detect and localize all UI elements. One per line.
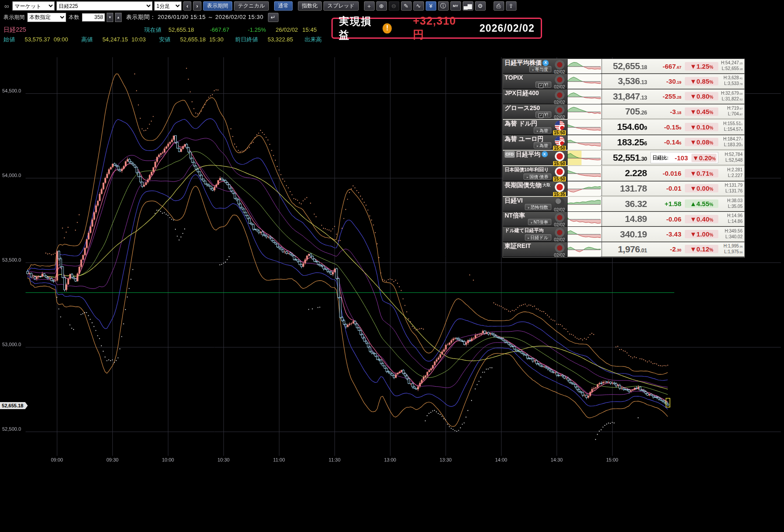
watch-row[interactable]: 日本国債10年利回り▸国債 債券15:502.228-0.016▼0.71%H:…: [503, 166, 744, 181]
change-pct-badge: ▼0.00%: [685, 184, 718, 192]
interval-select[interactable]: 1分足: [154, 1, 182, 11]
external-link-icon: ↗: [539, 113, 543, 118]
low-value: L:2.227: [718, 173, 743, 179]
sparkline-canvas: [568, 227, 601, 241]
arrow-icon: ▸: [527, 175, 528, 179]
yahoo-link-button[interactable]: ↗Y!: [535, 111, 551, 118]
change-pct-badge: ▼0.80%: [685, 92, 718, 100]
sparkline: [567, 166, 602, 181]
spin-down-button[interactable]: ▼: [107, 13, 113, 22]
watch-row[interactable]: 日経平均株価X▸寄与度02/0252,655.18-667.67▼1.25%H:…: [503, 59, 744, 74]
watch-row-data: 14.89-0.06▼0.40%H:14.96L:14.86: [602, 212, 744, 226]
exchange-suffix: 大取: [542, 182, 550, 188]
arrow-icon: ▸: [532, 68, 534, 72]
spin-up-button[interactable]: ▲: [115, 13, 122, 22]
watch-row-data: 52,655.18-667.67▼1.25%H:54,247.15L:52,65…: [602, 59, 744, 74]
sparkline-canvas: [568, 135, 601, 150]
instrument-name: TOPIX: [505, 74, 552, 81]
related-link-button[interactable]: ▸為替: [534, 142, 551, 148]
my-indicator-icon[interactable]: MY: [450, 1, 461, 11]
high-value: H:32,679.00: [718, 91, 743, 96]
high-value: H:38.03: [718, 198, 743, 204]
spread-button[interactable]: スプレッド: [323, 1, 358, 11]
indexize-button[interactable]: 指数化: [298, 1, 322, 11]
instrument-name: 為替 ドル円: [505, 120, 552, 127]
watch-row[interactable]: 長期国債先物大取15:35131.78-0.01▼0.00%H:131.79L:…: [503, 181, 744, 197]
reload-icon[interactable]: ↵: [268, 13, 279, 22]
high-low: H:719.57L:704.87: [718, 106, 744, 117]
instrument-value: 31,847.13: [602, 91, 647, 102]
currency-pair-icon: [555, 136, 565, 146]
crosshair-icon[interactable]: ＋: [364, 1, 375, 11]
arrow-icon: ▸: [528, 206, 530, 210]
high-low: H:14.96L:14.86: [718, 213, 744, 225]
printer-icon[interactable]: ⎙: [494, 1, 504, 11]
related-link-button[interactable]: ▸寄与度: [529, 66, 551, 72]
prev-button[interactable]: ‹: [183, 1, 191, 11]
low-value: L:52,548: [718, 158, 743, 163]
high-low: H:131.79L:131.76: [718, 183, 744, 194]
related-link-button[interactable]: ▸恐怖指数: [525, 204, 551, 210]
info-icon[interactable]: ⓘ: [438, 1, 449, 11]
change-pct-badge: ▼1.25%: [685, 62, 718, 70]
watch-row[interactable]: 日経VI▸恐怖指数02/0236.32+1.58▲4.55%H:38.03L:3…: [503, 197, 744, 212]
watch-row[interactable]: TOPIX↗Y!02/023,536.13-30.19▼0.85%H:3,628…: [503, 74, 744, 89]
trendline-icon[interactable]: ∿: [413, 1, 424, 11]
symbol-select[interactable]: 日経225: [56, 1, 152, 11]
market-select[interactable]: マーケット: [12, 1, 55, 11]
wrench-icon[interactable]: ⚙: [475, 1, 486, 11]
popup-icon[interactable]: ⇧: [506, 1, 516, 11]
x-share-icon[interactable]: X: [542, 151, 548, 157]
low-value: L:3,533.78: [718, 81, 743, 87]
related-link-button[interactable]: ▸NT倍率: [528, 219, 551, 225]
low-value: L:52,655.18: [718, 66, 743, 72]
related-link-button[interactable]: ▸国債 債券: [524, 174, 551, 180]
instrument-value: 705.26: [602, 106, 647, 117]
quote-header-row1: 日経225 現在値 52,655.18 -667.67 -1.25% 26/02…: [4, 26, 317, 34]
watch-row-data: 340.19-3.43▼1.00%H:349.56L:340.02: [602, 227, 744, 241]
next-button[interactable]: ›: [193, 1, 201, 11]
watch-row[interactable]: JPX日経40002/0231,847.13-255.28▼0.80%H:32,…: [503, 89, 744, 104]
low-value: 52,655.18: [180, 36, 206, 43]
watch-row[interactable]: ドル建て日経平均▸日経ドル02/02340.19-3.43▼1.00%H:349…: [503, 227, 744, 242]
watch-row[interactable]: CFD日経平均X15:5052,551.30日経比:-103▼0.20%H:52…: [503, 151, 744, 166]
high-value: H:1,995.36: [718, 244, 743, 249]
count-mode-select[interactable]: 本数指定: [27, 13, 66, 22]
watch-row-label-cell: 長期国債先物大取15:35: [503, 181, 567, 196]
watch-row[interactable]: 為替 ユーロ円▸為替15:50183.256-0.145▼0.08%H:184.…: [503, 135, 744, 151]
warning-icon[interactable]: !: [383, 23, 392, 33]
yahoo-link-button[interactable]: ↗Y!: [535, 81, 551, 88]
watch-row[interactable]: NT倍率▸NT倍率02/0214.89-0.06▼0.40%H:14.96L:1…: [503, 212, 744, 227]
cfd-badge: CFD: [505, 151, 515, 158]
related-link-button[interactable]: ▸為替: [534, 127, 551, 133]
market-open-icon: [555, 151, 565, 161]
area-chart-icon[interactable]: ▄▆: [463, 1, 473, 11]
technical-button[interactable]: テクニカル: [234, 1, 269, 11]
nikkei-compare-box: 日経比:-103▼0.20%: [650, 152, 718, 163]
pl-title: 実現損益: [339, 15, 378, 42]
count-input[interactable]: [82, 13, 105, 22]
watch-row[interactable]: グロース250↗Y!02/02705.26-3.18▼0.45%H:719.57…: [503, 104, 744, 120]
quote-date: 26/02/02: [276, 26, 298, 33]
change-pct-badge: ▼0.40%: [685, 215, 718, 223]
change-value: -0.016: [650, 170, 681, 177]
market-closed-icon: [555, 228, 565, 237]
sparkline: [567, 212, 602, 226]
watch-row[interactable]: 為替 ドル円▸為替15:50154.609-0.159▼0.10%H:155.5…: [503, 120, 744, 135]
x-share-icon[interactable]: X: [542, 60, 549, 66]
zoom-in-icon[interactable]: ⊕: [376, 1, 387, 11]
related-link-button[interactable]: ▸日経ドル: [525, 234, 551, 240]
sparkline: [567, 74, 602, 89]
link-icon[interactable]: ∞: [3, 2, 11, 10]
market-closed-icon: [555, 60, 565, 70]
watch-row[interactable]: 東証REIT02/021,976.01-2.30▼0.12%H:1,995.36…: [503, 242, 744, 257]
sparkline: [567, 135, 602, 150]
high-value: H:2.281: [718, 167, 743, 173]
pencil-icon[interactable]: ✎: [401, 1, 412, 11]
change-pct-badge: ▼0.85%: [685, 77, 718, 85]
normal-button[interactable]: 通常: [274, 1, 293, 11]
instrument-name: 東証REIT: [505, 243, 552, 249]
market-closed-icon: [555, 243, 565, 253]
period-button[interactable]: 表示期間: [203, 1, 232, 11]
yen-icon[interactable]: ¥: [426, 1, 436, 11]
